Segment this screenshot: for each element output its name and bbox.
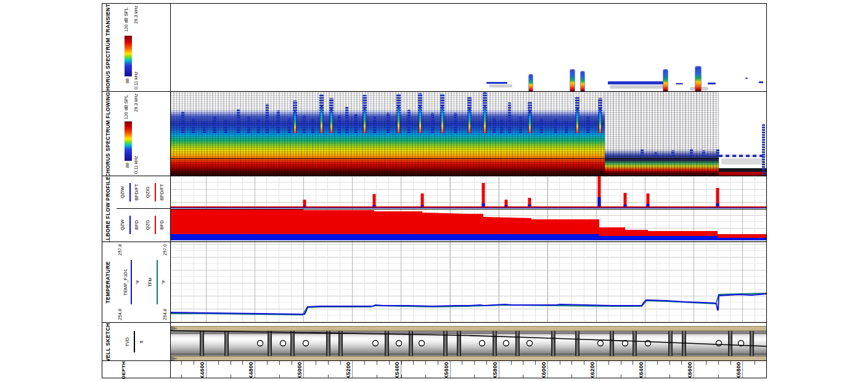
curve-line-qzg [155,216,156,234]
spectrum-flow-spike [671,150,674,156]
spectrum-event-dash [486,82,507,84]
depth-major-tick [401,361,401,378]
depth-label: X6800 [735,362,742,378]
curve-name-qzig: QZIG [145,187,150,198]
depth-major-tick [303,361,304,378]
curve-unit-temp-f1d1: °F [135,280,141,285]
depth-label: X5600 [443,362,449,378]
spectrum-spike-core [321,106,322,133]
curve-name-temp-f1d1: TEMP_F1D1 [123,269,128,295]
well-sketch-overlay [171,323,766,360]
track-title: WELL SKETCH [105,323,111,364]
curve-name-qzw: QZW [120,219,125,230]
spectrum-flow-spike [508,102,511,133]
curve-unit-qzw: BPD [134,220,139,229]
depth-minor-tick [292,361,292,365]
plot-transient [171,4,766,91]
depth-minor-tick [389,361,390,365]
spectrum-spike-core [364,107,366,133]
header-flowing: CHORUS SPECTRUM FLOWING 120 dB SPL 88 29… [102,92,171,176]
colorbar-min-label: 88 [125,163,130,168]
spectrum-flow-spike [329,98,334,133]
spectrum-event-dash [708,83,716,84]
spectrum-flow-spike [440,94,444,133]
header-depth: DEPTH [102,361,171,378]
depth-minor-tick [657,361,658,365]
spectrum-dark-line [171,158,719,159]
spectrum-event-spike [529,75,533,91]
spectrum-spike-core [469,108,470,133]
depth-minor-tick [462,361,462,365]
spectrum-flow-spike [575,97,579,133]
spectrum-spike-core [441,105,443,133]
depth-major-tick [742,361,743,378]
depth-label: X5000 [297,362,303,378]
curve-line-qzw [129,216,131,234]
depth-minor-tick [194,361,194,365]
depth-major-tick [499,361,499,378]
track-well-sketch: WELL SKETCH TVD ft [102,323,766,361]
spectrum-flow-spike [654,152,657,156]
spectrum-flow-spike [500,120,503,133]
spectrum-spike-core [599,108,601,133]
plot-well-sketch [171,323,766,360]
curve-name-tvd: TVD [125,337,130,346]
header-transient: CHORUS SPECTRUM TRANSIENT 120 dB SPL 88 … [102,4,171,91]
curve-line-qziw [129,183,131,201]
flow-profile-chart [171,176,766,242]
spectrum-event-dash [759,81,763,83]
spectrum-event-spike [695,67,701,91]
curve-line-tfm [157,260,158,305]
spectrum-flow-spike [224,120,227,133]
depth-label: X4800 [248,362,254,378]
curve-line-qzig [155,183,156,201]
spectrum-flow-spike [565,122,568,133]
depth-minor-tick [706,361,706,365]
track-depth: DEPTH X4600X4800X5000X5200X5400X5600X580… [102,361,766,378]
curve-unit-qziw: BPD/FT [134,184,139,201]
spectrum-flow-spike [303,115,306,133]
spectrum-flow-spike [586,116,589,133]
depth-label: X6200 [589,362,596,378]
curve-unit-qzg: BPD [159,220,165,229]
freq-max-label: 29.3 kHz [133,94,139,112]
temperature-chart [171,242,766,322]
depth-minor-tick [486,361,487,365]
spectrum-flow-spike [257,120,260,133]
spectrum-flow-spike [519,116,522,133]
colorbar-icon [125,121,132,161]
colorbar-icon [125,36,132,76]
spectrum-flow-spike [362,95,367,133]
depth-half-tick [621,375,621,378]
depth-minor-tick [242,361,243,365]
depth-label: X6600 [687,362,693,378]
spectrum-flow-spike [237,109,240,133]
spectrum-spike-core [330,108,332,133]
spectrum-smudge [721,158,765,165]
spectrum-event-spike [663,70,668,91]
log-plot-area: CHORUS SPECTRUM TRANSIENT 120 dB SPL 88 … [102,3,767,378]
curve-unit-tvd: ft [139,340,144,343]
spectrum-flow-spike [288,118,291,133]
track-title: DEPTH [121,361,126,379]
depth-major-tick [596,361,597,378]
depth-minor-tick [218,361,219,365]
spectrum-spike-core [484,105,486,133]
spectrum-flow-spike [181,112,184,133]
curve-name-tfm: TFM [147,277,153,286]
spectrum-flow-spike [716,149,719,156]
depth-minor-tick [340,361,341,365]
depth-half-tick [474,375,475,378]
spectrum-flow-spike [641,149,644,156]
curve-name-qziw: QZIW [120,186,125,198]
track-temperature: TEMPERATURE 257.8 254.8 TEMP_F1D1 °F TFM… [102,242,766,323]
spectrum-flow-spike [354,114,358,133]
spectrum-spike-core [529,111,531,133]
depth-minor-tick [425,361,426,365]
depth-label: X5200 [345,362,351,378]
colorbar-min-label: 88 [125,78,130,83]
temp1-min: 254.8 [117,309,123,320]
spectrum-event-spike [581,71,584,91]
spectrum-flow-spike [493,118,496,133]
depth-label: X6000 [541,362,547,378]
